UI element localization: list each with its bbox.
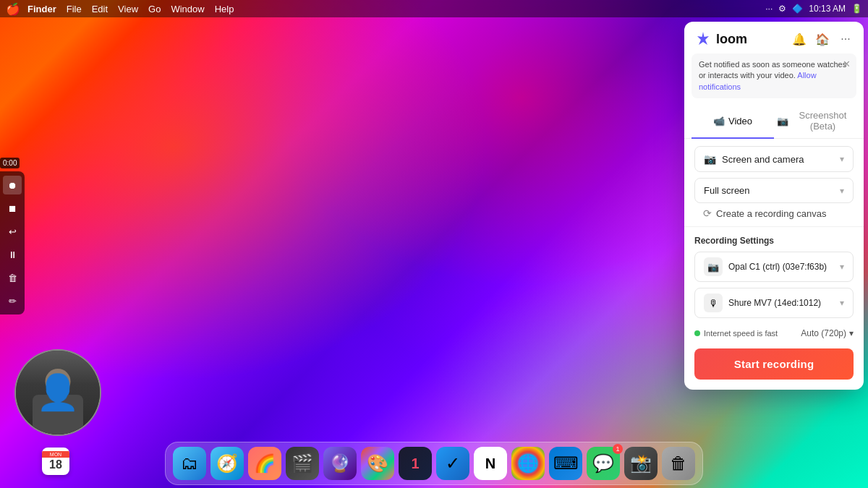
calendar-month: MON — [42, 451, 69, 458]
camera-device-label: Opal C1 (ctrl) (03e7:f63b) — [728, 262, 827, 272]
recording-settings-title: Recording Settings — [684, 233, 864, 252]
internet-status: Internet speed is fast — [694, 329, 778, 338]
dock-trash[interactable]: 🗑 — [662, 447, 695, 480]
fullscreen-left: Full screen — [704, 185, 750, 196]
toolbar-stop-btn[interactable]: ⏹ — [3, 199, 22, 218]
left-toolbar: ⏺ ⏹ ↩ ⏸ 🗑 ✏ — [0, 171, 25, 314]
tabs: 📹 Video 📷 Screenshot (Beta) — [684, 104, 864, 139]
dock: 🗂 🧭 🌈 🎬 🔮 🎨 1 ✓ N 🌐 ⌨ 💬 1 📸 🗑 — [165, 442, 703, 485]
vscode-icon: ⌨ — [553, 453, 579, 474]
screenshot-tab-icon: 📷 — [777, 116, 788, 127]
toolbar-pause-btn[interactable]: ⏸ — [3, 245, 22, 264]
toolbar-trash-btn[interactable]: 🗑 — [3, 268, 22, 287]
toolbar-record-btn[interactable]: ⏺ — [3, 176, 22, 194]
quality-chevron-icon: ▾ — [849, 328, 854, 338]
things-icon: ✓ — [446, 453, 460, 474]
screen-camera-dropdown[interactable]: 📷 Screen and camera ▾ — [694, 146, 854, 172]
view-menu[interactable]: View — [118, 4, 138, 14]
loom-logo: loom — [694, 30, 747, 48]
marble-icon: 🔮 — [329, 453, 351, 474]
menubar-extension-icon: 🔷 — [792, 4, 803, 14]
camera-setting-row[interactable]: 📷 Opal C1 (ctrl) (03e7:f63b) ▾ — [694, 252, 854, 282]
mic-setting-icon: 🎙 — [704, 294, 723, 312]
dock-screencapture[interactable]: 📸 — [624, 447, 658, 480]
go-menu[interactable]: Go — [148, 4, 161, 14]
person-body — [33, 395, 83, 435]
finder-icon: 🗂 — [181, 453, 198, 474]
loom-panel: loom 🔔 🏠 ··· Get notified as soon as som… — [684, 22, 864, 390]
trash-icon: 🗑 — [670, 453, 687, 474]
figma-icon: 🎨 — [367, 453, 388, 474]
mic-setting-left: 🎙 Shure MV7 (14ed:1012) — [704, 294, 821, 312]
dock-vscode[interactable]: ⌨ — [549, 447, 582, 480]
window-menu[interactable]: Window — [171, 4, 204, 14]
file-menu[interactable]: File — [67, 4, 82, 14]
dock-finder[interactable]: 🗂 — [173, 447, 206, 480]
dock-figma[interactable]: 🎨 — [361, 447, 394, 480]
dock-notion[interactable]: N — [474, 447, 507, 480]
timer-badge: 0:00 — [0, 158, 20, 168]
fcpx-icon: 🎬 — [292, 453, 313, 474]
calendar-day: 18 — [49, 458, 62, 471]
menubar-battery-icon: 🔋 — [851, 4, 862, 14]
camera-person — [16, 351, 100, 435]
dock-fcpx[interactable]: 🎬 — [286, 447, 319, 480]
notification-close-icon[interactable]: ✕ — [843, 58, 851, 71]
camera-setting-left: 📷 Opal C1 (ctrl) (03e7:f63b) — [704, 257, 827, 276]
screen-camera-chevron-icon: ▾ — [840, 154, 844, 164]
canvas-label: Create a recording canvas — [716, 208, 826, 219]
menubar-gear-icon: ⚙ — [778, 4, 786, 14]
apple-logo-icon[interactable]: 🍎 — [6, 2, 20, 16]
screen-camera-label: Screen and camera — [722, 154, 804, 165]
tab-video-label: Video — [728, 116, 752, 127]
dock-things[interactable]: ✓ — [436, 447, 469, 480]
messages-badge: 1 — [613, 444, 623, 454]
notification-banner: Get notified as soon as someone watches … — [692, 53, 856, 98]
internet-status-text: Internet speed is fast — [704, 329, 778, 338]
tab-screenshot[interactable]: 📷 Screenshot (Beta) — [774, 104, 856, 139]
dock-one[interactable]: 1 — [399, 447, 432, 480]
status-dot-icon — [694, 330, 700, 336]
more-options-icon[interactable]: ··· — [838, 31, 854, 47]
quality-row: Internet speed is fast Auto (720p) ▾ — [684, 324, 864, 346]
canvas-icon: ⟳ — [703, 207, 712, 219]
mic-device-chevron-icon: ▾ — [840, 298, 844, 308]
loom-header: loom 🔔 🏠 ··· — [684, 22, 864, 53]
quality-selector[interactable]: Auto (720p) ▾ — [801, 328, 854, 338]
dock-safari[interactable]: 🧭 — [210, 447, 244, 480]
start-recording-button[interactable]: Start recording — [694, 348, 854, 380]
mic-setting-row[interactable]: 🎙 Shure MV7 (14ed:1012) ▾ — [694, 288, 854, 318]
bell-icon[interactable]: 🔔 — [791, 31, 807, 47]
toolbar-undo-btn[interactable]: ↩ — [3, 222, 22, 241]
quality-label: Auto (720p) — [801, 328, 846, 338]
loom-logo-text: loom — [716, 32, 747, 47]
calendar-dock-icon[interactable]: MON 18 — [42, 448, 69, 475]
dock-chrome[interactable]: 🌐 — [511, 447, 545, 480]
menu-items: Finder File Edit View Go Window Help — [27, 4, 234, 14]
finder-menu[interactable]: Finder — [27, 4, 56, 14]
screen-camera-icon: 📷 — [704, 153, 716, 165]
help-menu[interactable]: Help — [215, 4, 234, 14]
video-tab-icon: 📹 — [713, 116, 725, 127]
chrome-icon: 🌐 — [517, 453, 539, 474]
edit-menu[interactable]: Edit — [92, 4, 108, 14]
dock-arc[interactable]: 🌈 — [248, 447, 281, 480]
section-divider — [684, 226, 864, 227]
mic-device-label: Shure MV7 (14ed:1012) — [728, 298, 821, 308]
toolbar-pen-btn[interactable]: ✏ — [3, 291, 22, 310]
notification-text: Get notified as soon as someone watches … — [699, 60, 846, 80]
dock-messages[interactable]: 💬 1 — [587, 447, 620, 480]
fullscreen-dropdown[interactable]: Full screen ▾ — [694, 178, 854, 203]
menubar: 🍎 Finder File Edit View Go Window Help ·… — [0, 0, 868, 17]
menubar-right: ··· ⚙ 🔷 10:13 AM 🔋 — [765, 4, 862, 14]
menubar-time: 10:13 AM — [809, 4, 846, 14]
home-icon[interactable]: 🏠 — [814, 31, 830, 47]
tab-video[interactable]: 📹 Video — [692, 104, 774, 139]
safari-icon: 🧭 — [216, 453, 238, 474]
dock-marble[interactable]: 🔮 — [323, 447, 357, 480]
camera-device-chevron-icon: ▾ — [840, 262, 844, 272]
canvas-row[interactable]: ⟳ Create a recording canvas — [694, 203, 854, 226]
notion-icon: N — [485, 455, 495, 472]
tab-screenshot-label: Screenshot (Beta) — [792, 110, 854, 132]
panel-section-screen: 📷 Screen and camera ▾ Full screen ▾ ⟳ Cr… — [684, 139, 864, 226]
